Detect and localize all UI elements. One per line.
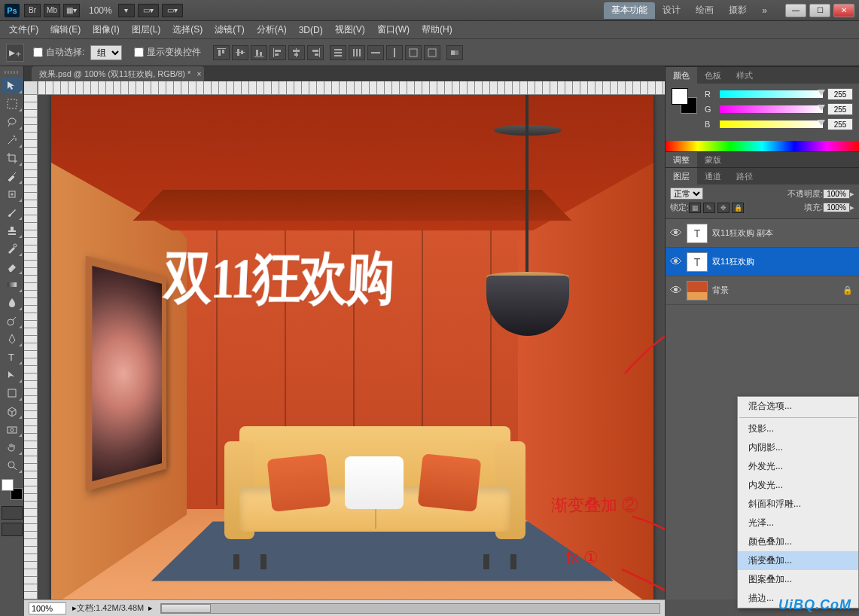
quick-mask-toggle[interactable]	[2, 506, 23, 520]
layer-row[interactable]: 👁 T 双11狂欢购 副本	[666, 219, 859, 248]
menu-filter[interactable]: 滤镜(T)	[209, 21, 250, 38]
tab-masks[interactable]: 蒙版	[697, 152, 729, 167]
menu-analysis[interactable]: 分析(A)	[251, 21, 293, 38]
layer-name[interactable]: 双11狂欢购 副本	[712, 227, 856, 239]
gradient-tool[interactable]	[2, 276, 23, 293]
distribute-3[interactable]	[367, 45, 384, 60]
tab-paths[interactable]: 路径	[729, 168, 760, 184]
g-slider[interactable]	[720, 105, 823, 113]
ruler-vertical[interactable]	[24, 95, 38, 599]
zoom-dropdown[interactable]: ▾	[118, 4, 135, 17]
auto-align[interactable]	[446, 45, 463, 60]
distribute-2[interactable]	[349, 45, 365, 60]
lock-position[interactable]: ✥	[717, 203, 730, 213]
layer-row[interactable]: 👁 T 双11狂欢购	[666, 248, 859, 276]
tab-layers[interactable]: 图层	[666, 168, 697, 184]
distribute-4[interactable]	[386, 45, 403, 60]
chevron-right-icon[interactable]: ▸	[148, 603, 153, 613]
path-select-tool[interactable]	[2, 367, 23, 383]
menu-3d[interactable]: 3D(D)	[293, 21, 329, 38]
g-value[interactable]	[827, 103, 853, 115]
visibility-icon[interactable]: 👁	[669, 283, 684, 298]
menu-view[interactable]: 视图(V)	[329, 21, 371, 38]
auto-select-checkbox[interactable]: 自动选择:	[33, 46, 84, 59]
dodge-tool[interactable]	[2, 313, 23, 329]
eyedropper-tool[interactable]	[2, 168, 23, 184]
fx-color-overlay[interactable]: 颜色叠加...	[738, 532, 858, 551]
stamp-tool[interactable]	[2, 222, 23, 239]
close-icon[interactable]: ×	[196, 70, 201, 78]
healing-tool[interactable]	[2, 186, 23, 203]
fx-blend-options[interactable]: 混合选项...	[738, 397, 858, 416]
maximize-button[interactable]: ☐	[809, 4, 830, 17]
zoom-level-display[interactable]: 100%	[89, 5, 112, 16]
minimize-button[interactable]: —	[785, 4, 806, 17]
pen-tool[interactable]	[2, 331, 23, 347]
canvas[interactable]: 双11狂欢购	[51, 95, 653, 599]
b-value[interactable]	[827, 118, 853, 130]
workspace-more[interactable]: »	[754, 2, 775, 19]
align-right[interactable]	[307, 45, 324, 60]
blend-mode-select[interactable]: 正常	[670, 188, 703, 200]
color-swatch-picker[interactable]	[672, 88, 697, 114]
3d-tool[interactable]	[2, 403, 23, 419]
wand-tool[interactable]	[2, 132, 23, 148]
distribute-1[interactable]	[330, 45, 346, 60]
align-top[interactable]	[213, 45, 230, 60]
foreground-background-colors[interactable]	[2, 479, 23, 500]
ruler-origin[interactable]	[24, 81, 38, 95]
tab-swatches[interactable]: 色板	[697, 67, 729, 84]
align-hcenter[interactable]	[288, 45, 305, 60]
b-slider[interactable]	[720, 120, 823, 128]
workspace-design[interactable]: 设计	[655, 2, 688, 19]
lock-transparency[interactable]: ▦	[689, 203, 701, 213]
show-transform-checkbox[interactable]: 显示变换控件	[134, 46, 201, 59]
arrange-docs-button[interactable]: ▭▾	[138, 4, 159, 17]
type-tool[interactable]: T	[2, 349, 23, 365]
hand-tool[interactable]	[2, 439, 23, 456]
brush-tool[interactable]	[2, 204, 23, 221]
fx-satin[interactable]: 光泽...	[738, 514, 858, 532]
ruler-horizontal[interactable]	[38, 81, 665, 95]
fx-drop-shadow[interactable]: 投影...	[738, 419, 858, 438]
camera-tool[interactable]	[2, 421, 23, 438]
eraser-tool[interactable]	[2, 258, 23, 275]
align-left[interactable]	[270, 45, 286, 60]
status-zoom-input[interactable]	[29, 602, 66, 614]
history-brush-tool[interactable]	[2, 240, 23, 257]
menu-window[interactable]: 窗口(W)	[371, 21, 416, 38]
fx-gradient-overlay[interactable]: 渐变叠加...	[738, 551, 858, 570]
fx-inner-glow[interactable]: 内发光...	[738, 476, 858, 495]
fx-pattern-overlay[interactable]: 图案叠加...	[738, 570, 858, 589]
auto-select-dropdown[interactable]: 组	[90, 45, 122, 60]
fx-inner-shadow[interactable]: 内阴影...	[738, 438, 858, 457]
marquee-tool[interactable]	[2, 96, 23, 112]
current-tool-icon[interactable]: ▸₊	[6, 44, 24, 62]
minibridge-button[interactable]: Mb	[44, 4, 60, 17]
align-vcenter[interactable]	[232, 45, 248, 60]
fx-outer-glow[interactable]: 外发光...	[738, 457, 858, 476]
layer-name[interactable]: 双11狂欢购	[712, 256, 856, 267]
screen-mode-button[interactable]: ▭▾	[162, 4, 183, 17]
distribute-6[interactable]	[424, 45, 440, 60]
fx-bevel[interactable]: 斜面和浮雕...	[738, 495, 858, 514]
blur-tool[interactable]	[2, 294, 23, 311]
fill-input[interactable]	[823, 203, 850, 212]
lock-pixels[interactable]: ✎	[703, 203, 715, 213]
menu-image[interactable]: 图像(I)	[87, 21, 125, 38]
tab-adjustments[interactable]: 调整	[666, 152, 697, 167]
menu-help[interactable]: 帮助(H)	[416, 21, 458, 38]
crop-tool[interactable]	[2, 150, 23, 166]
visibility-icon[interactable]: 👁	[669, 226, 684, 241]
distribute-5[interactable]	[405, 45, 422, 60]
color-spectrum[interactable]	[666, 141, 859, 151]
shape-tool[interactable]	[2, 385, 23, 401]
align-bottom[interactable]	[251, 45, 267, 60]
visibility-icon[interactable]: 👁	[669, 255, 684, 270]
horizontal-scrollbar[interactable]	[160, 603, 660, 614]
r-value[interactable]	[827, 88, 853, 100]
screen-mode-toggle[interactable]	[2, 523, 23, 536]
menu-file[interactable]: 文件(F)	[3, 21, 44, 38]
view-grid-button[interactable]: ▦▾	[63, 4, 80, 17]
menu-edit[interactable]: 编辑(E)	[44, 21, 87, 38]
